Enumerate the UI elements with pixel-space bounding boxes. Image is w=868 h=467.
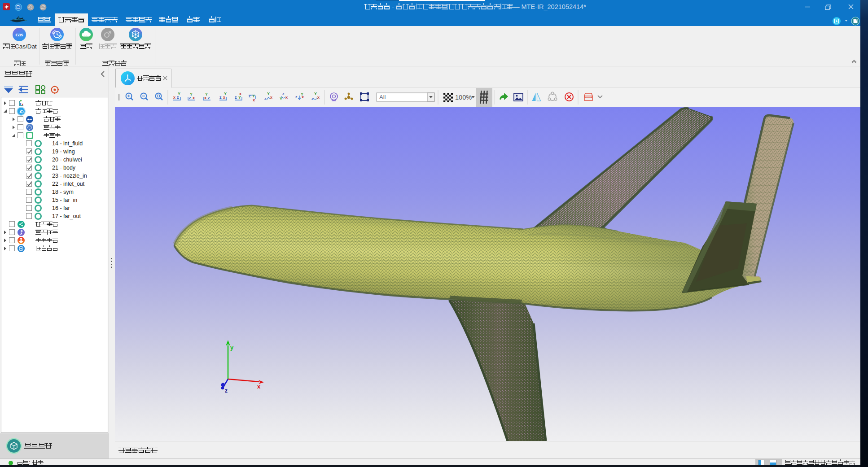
svg-text:Y: Y bbox=[267, 92, 270, 96]
svg-text:x: x bbox=[317, 95, 320, 100]
svg-text:z: z bbox=[311, 96, 314, 101]
svg-text:x: x bbox=[285, 95, 288, 100]
svg-text:Y: Y bbox=[190, 92, 193, 96]
svg-text:x: x bbox=[193, 96, 195, 100]
svg-text:x: x bbox=[253, 98, 255, 102]
svg-text:Y: Y bbox=[280, 96, 282, 101]
svg-text:Y: Y bbox=[224, 92, 227, 96]
svg-text:z: z bbox=[264, 96, 267, 101]
svg-text:z: z bbox=[249, 94, 251, 98]
svg-text:Y: Y bbox=[314, 92, 317, 96]
svg-text:z: z bbox=[235, 95, 237, 100]
svg-text:z: z bbox=[208, 96, 210, 100]
svg-text:Y: Y bbox=[205, 92, 208, 96]
svg-text:x: x bbox=[22, 103, 24, 106]
svg-text:x: x bbox=[270, 95, 272, 100]
svg-text:z: z bbox=[219, 95, 222, 100]
svg-text:z: z bbox=[295, 95, 298, 99]
svg-text:Y: Y bbox=[301, 92, 303, 96]
svg-text:z: z bbox=[225, 388, 228, 394]
svg-text:z: z bbox=[20, 102, 22, 105]
svg-text:y: y bbox=[230, 344, 234, 351]
svg-text:100%: 100% bbox=[455, 94, 472, 101]
svg-text:All: All bbox=[379, 94, 386, 100]
svg-text:z: z bbox=[282, 92, 285, 96]
svg-text:x: x bbox=[257, 383, 261, 390]
svg-text:Y: Y bbox=[178, 92, 180, 96]
svg-text:x: x bbox=[173, 95, 175, 100]
svg-text:x: x bbox=[239, 92, 241, 96]
